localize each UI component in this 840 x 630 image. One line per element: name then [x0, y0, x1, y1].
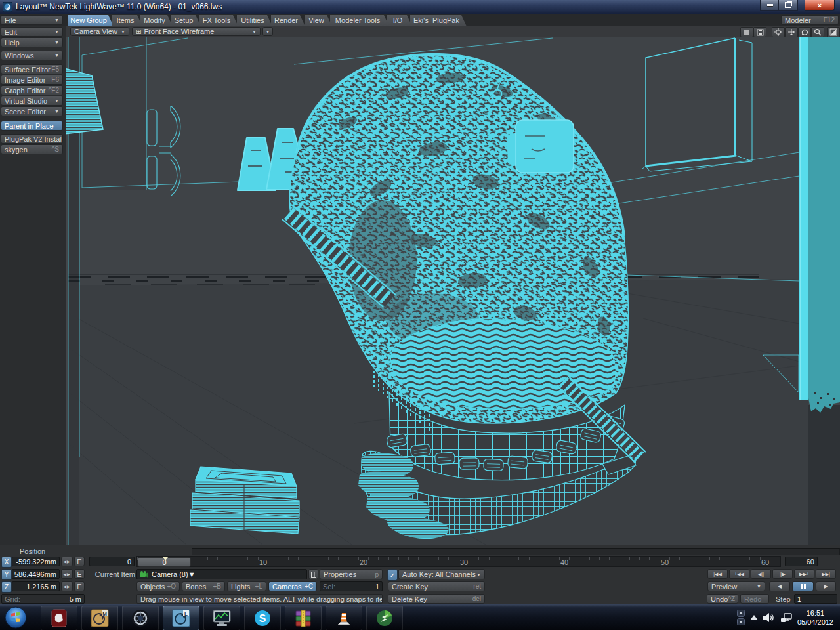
- tab-io[interactable]: I/O: [387, 15, 412, 26]
- position-z-field[interactable]: 1.2165 m: [12, 581, 60, 591]
- minimize-button[interactable]: [760, 0, 780, 10]
- go-end-button[interactable]: ▶▶|: [816, 569, 836, 579]
- previous-key-button[interactable]: +◀◀: [729, 569, 749, 579]
- show-hidden-icons-button[interactable]: [750, 615, 758, 620]
- close-button[interactable]: ×: [805, 0, 835, 10]
- play-reverse-button[interactable]: ◀: [769, 581, 790, 591]
- graph-editor-button[interactable]: Graph Editor^F2: [1, 85, 63, 95]
- preview-dropdown[interactable]: Preview ▼: [707, 581, 765, 591]
- tab-modeler-tools[interactable]: Modeler Tools: [330, 15, 389, 26]
- viewport-zoom-button[interactable]: [811, 27, 824, 37]
- tab-items[interactable]: Items: [112, 15, 142, 26]
- tab-new-group[interactable]: New Group: [68, 15, 114, 26]
- taskbar-app-red-media[interactable]: [41, 606, 77, 630]
- current-item-dropdown[interactable]: Camera (8) ▼: [136, 569, 307, 579]
- end-frame-field[interactable]: 60: [785, 556, 818, 566]
- taskbar-app-lightwave-layout[interactable]: L: [163, 606, 200, 630]
- objects-button[interactable]: Objects+O: [136, 581, 180, 591]
- clock-time: 16:51: [797, 608, 833, 618]
- viewport-center-button[interactable]: [772, 27, 785, 37]
- lights-button[interactable]: Lights+L: [227, 581, 266, 591]
- properties-button[interactable]: Properties p: [320, 569, 383, 579]
- taskbar-app-skype[interactable]: S: [244, 606, 281, 630]
- tab-ekis-plugpak[interactable]: Eki's_PlugPak: [410, 15, 467, 26]
- auto-key-checkbox[interactable]: ✓: [387, 569, 398, 581]
- taskbar-app-system-monitor[interactable]: [203, 606, 240, 630]
- tab-setup[interactable]: Setup: [171, 15, 201, 26]
- taskbar-app-download-manager[interactable]: [366, 606, 403, 630]
- tray-scroll-widget[interactable]: [737, 610, 745, 625]
- step-field[interactable]: 1: [794, 594, 837, 604]
- axis-x-button[interactable]: X: [1, 556, 12, 568]
- taskbar-app-winrar[interactable]: [285, 606, 322, 630]
- viewport-save-button[interactable]: [753, 27, 766, 37]
- scene-editor-button[interactable]: Scene Editor▼: [1, 106, 63, 116]
- taskbar-app-vlc[interactable]: [326, 606, 362, 630]
- auto-key-dropdown[interactable]: Auto Key: All Channels ▼: [398, 569, 485, 579]
- image-editor-button[interactable]: Image EditorF6: [1, 75, 63, 85]
- timeline-track[interactable]: 10 20 30 40 50 60 0: [136, 556, 781, 567]
- skygen-button[interactable]: skygen^S: [1, 144, 63, 154]
- current-frame-field[interactable]: 0: [89, 556, 135, 566]
- bones-button[interactable]: Bones+B: [182, 581, 225, 591]
- skype-icon: S: [253, 609, 272, 627]
- virtual-studio-button[interactable]: Virtual Studio▼: [1, 96, 63, 106]
- view-type-dropdown[interactable]: Camera View ▼: [70, 27, 129, 36]
- timeline-range-scrollbar[interactable]: [192, 548, 840, 555]
- tab-view[interactable]: View: [304, 15, 332, 26]
- create-key-button[interactable]: Create Keyret: [388, 581, 485, 591]
- modeler-button[interactable]: Modeler F12: [781, 15, 839, 25]
- next-frame-button[interactable]: ||▶: [772, 569, 793, 579]
- shade-mode-dropdown[interactable]: ⊞ Front Face Wireframe ▼: [132, 27, 261, 36]
- go-start-button[interactable]: |◀◀: [707, 569, 728, 579]
- viewport-list-button[interactable]: [740, 27, 753, 37]
- next-key-button[interactable]: ▶▶+: [794, 569, 814, 579]
- previous-frame-button[interactable]: ◀||: [751, 569, 771, 579]
- position-x-envelope-button[interactable]: E: [74, 556, 85, 566]
- tab-utilities[interactable]: Utilities: [237, 15, 272, 26]
- tab-modify[interactable]: Modify: [140, 15, 173, 26]
- tab-render[interactable]: Render: [271, 15, 305, 26]
- parent-in-place-button[interactable]: Parent in Place: [1, 121, 63, 131]
- taskbar-clock[interactable]: 16:51 05/04/2012: [797, 608, 839, 627]
- close-icon: ×: [818, 1, 822, 9]
- viewport-maximize-button[interactable]: [827, 27, 840, 37]
- viewport-rotate-button[interactable]: [798, 27, 811, 37]
- start-button[interactable]: [3, 606, 29, 629]
- network-icon[interactable]: [780, 613, 792, 623]
- plugpak-install-button[interactable]: PlugPak V2 Instal...: [1, 134, 63, 144]
- redo-button[interactable]: Redo: [740, 594, 769, 604]
- item-list-panel-button[interactable]: [308, 569, 318, 579]
- surface-editor-button[interactable]: Surface EditorF5: [1, 64, 63, 74]
- position-y-spinner[interactable]: ◀▶: [61, 569, 73, 579]
- viewport-options-dropdown[interactable]: ▼: [262, 27, 273, 36]
- taskbar-app-lightwave-modeler[interactable]: M: [81, 606, 118, 630]
- restore-button[interactable]: [778, 0, 798, 10]
- viewport-canvas[interactable]: [66, 37, 840, 545]
- taskbar-app-aperture[interactable]: [122, 606, 159, 630]
- axis-z-button[interactable]: Z: [1, 581, 12, 593]
- play-forward-button[interactable]: ▶: [816, 581, 836, 591]
- svg-text:S: S: [259, 613, 266, 624]
- position-z-spinner[interactable]: ◀▶: [61, 581, 73, 591]
- position-y-field[interactable]: 586.4496mm: [12, 569, 60, 579]
- chevron-down-icon: ▼: [252, 30, 257, 34]
- timeline-slider-handle[interactable]: 0: [138, 557, 191, 567]
- windows-menu[interactable]: Windows▼: [1, 51, 63, 60]
- position-z-envelope-button[interactable]: E: [74, 581, 85, 591]
- position-y-envelope-button[interactable]: E: [74, 569, 85, 579]
- edit-menu[interactable]: Edit▼: [1, 27, 63, 37]
- axis-y-button[interactable]: Y: [1, 569, 12, 580]
- volume-icon[interactable]: [763, 613, 775, 622]
- cameras-button[interactable]: Cameras+C: [268, 581, 317, 591]
- tab-fx-tools[interactable]: FX Tools: [199, 15, 238, 26]
- undo-button[interactable]: Undo^Z: [707, 594, 738, 604]
- pan-move-icon: [788, 28, 795, 36]
- delete-key-button[interactable]: Delete Keydel: [388, 594, 485, 604]
- help-menu[interactable]: Help▼: [1, 37, 63, 47]
- viewport-pan-button[interactable]: [785, 27, 798, 37]
- pause-button[interactable]: [792, 581, 814, 591]
- position-x-field[interactable]: -599.322mm: [12, 556, 60, 566]
- file-menu[interactable]: File ▼: [1, 15, 63, 25]
- position-x-spinner[interactable]: ◀▶: [61, 556, 73, 566]
